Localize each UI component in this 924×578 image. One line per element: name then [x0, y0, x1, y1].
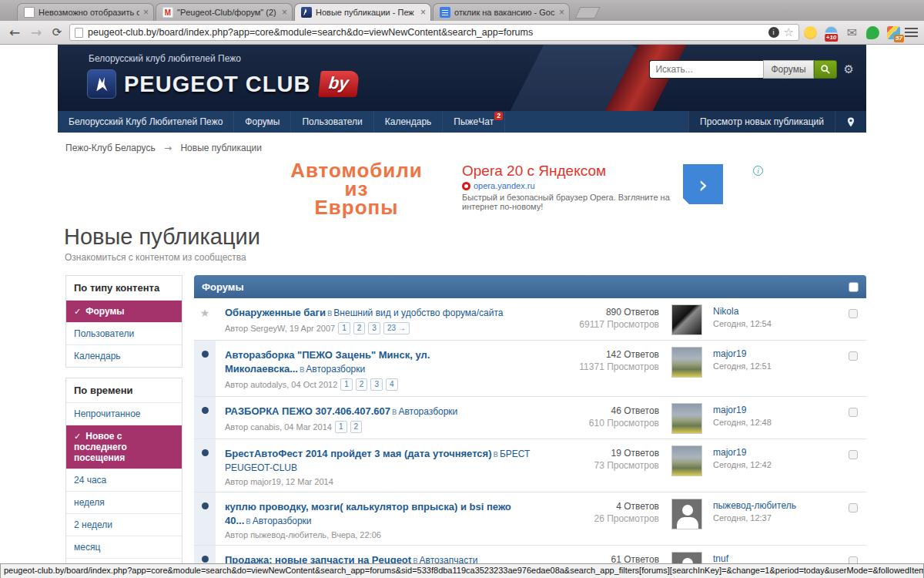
unread-dot-icon[interactable]	[194, 492, 216, 545]
nav-item[interactable]: ПыжеЧат2	[443, 111, 505, 133]
site-logo[interactable]: PEUGEOT CLUB by	[87, 69, 358, 99]
sidebar-item-label: Календарь	[74, 351, 121, 361]
nav-view-new-content[interactable]: Просмотр новых публикаций	[688, 111, 835, 133]
url-text[interactable]: peugeot-club.by/board/index.php?app=core…	[88, 27, 764, 38]
sidebar-item-label: месяц	[74, 542, 100, 553]
topic-title-link[interactable]: Обнаруженные баги	[225, 307, 326, 318]
mini-page-button[interactable]: 3	[368, 322, 380, 334]
topic-checkbox[interactable]	[849, 408, 858, 417]
ad-opera-block[interactable]: Opera 20 с Яндексом opera.yandex.ru Быст…	[462, 163, 685, 211]
avatar[interactable]	[671, 445, 705, 492]
ad-link[interactable]: opera.yandex.ru	[474, 181, 535, 190]
unread-dot-icon[interactable]	[194, 439, 216, 492]
last-poster-name[interactable]: пыжевод-любитель	[713, 500, 840, 511]
topic-forum-link[interactable]: Внешний вид и удобство форума/сайта	[333, 307, 503, 318]
sidebar-item[interactable]: 24 часа	[66, 469, 182, 491]
topic-main: РАЗБОРКА ПЕЖО 307.406.407.607вАвторазбор…	[216, 397, 556, 439]
weather-extension-icon[interactable]: +10	[825, 26, 838, 39]
search-input[interactable]	[649, 60, 763, 79]
mini-page-button[interactable]: 23 →	[383, 322, 410, 334]
search-scope-button[interactable]: Форумы	[763, 60, 813, 79]
topic-title-link[interactable]: РАЗБОРКА ПЕЖО 307.406.407.607	[225, 405, 390, 417]
topic-checkbox-cell	[840, 397, 866, 439]
tab-close-icon[interactable]: ×	[143, 8, 149, 16]
url-bar[interactable]: peugeot-club.by/board/index.php?app=core…	[69, 24, 799, 41]
mini-page-button[interactable]: 1	[340, 378, 353, 391]
topic-checkbox-cell	[840, 341, 866, 396]
avatar[interactable]	[671, 304, 705, 340]
topic-checkbox[interactable]	[849, 309, 858, 318]
browser-tab[interactable]: M"Peugeot-Club/форум" (2)×	[156, 3, 293, 21]
chrome-menu-icon[interactable]	[905, 28, 918, 38]
forums-panel: Форумы ★Обнаруженные багивВнешний вид и …	[194, 275, 866, 578]
topic-forum-link[interactable]: Авторазборки	[253, 516, 312, 526]
topic-checkbox[interactable]	[849, 351, 858, 361]
extension-area: +10✉57	[804, 26, 900, 39]
ad-title[interactable]: Opera 20 с Яндексом	[462, 163, 685, 180]
mini-page-button[interactable]: 2	[350, 421, 363, 433]
nav-item[interactable]: Форумы	[234, 111, 291, 133]
ad-left-text[interactable]: Автомобили из Европы	[241, 161, 472, 217]
mini-page-button[interactable]: 2	[356, 378, 368, 391]
mini-page-button[interactable]: 3	[370, 378, 383, 391]
unread-dot-icon[interactable]	[194, 341, 216, 396]
select-all-checkbox[interactable]	[849, 282, 859, 292]
topic-title-link[interactable]: БрестАвтоФест 2014 пройдет 3 мая (дата у…	[225, 448, 492, 459]
browser-tab[interactable]: Невозможно отобразить с×	[17, 3, 154, 21]
topic-checkbox[interactable]	[849, 503, 858, 512]
location-pin-icon[interactable]	[835, 111, 866, 133]
browser-tab[interactable]: отклик на вакансию - Goc×	[433, 3, 570, 21]
breadcrumb-home[interactable]: Пежо-Клуб Беларусь	[65, 143, 156, 153]
browser-tab[interactable]: Новые публикации - Пеж×	[294, 3, 431, 21]
mail-extension-icon[interactable]: ✉	[845, 26, 859, 39]
forward-icon[interactable]: →	[28, 25, 45, 40]
photos-extension-icon[interactable]: 57	[887, 26, 900, 39]
tab-close-icon[interactable]: ×	[559, 8, 564, 16]
reload-icon[interactable]: ⟳	[49, 25, 65, 39]
nav-item[interactable]: Белорусский Клуб Любителей Пежо	[58, 111, 234, 133]
unread-dot-icon[interactable]	[194, 397, 216, 439]
new-tab-button[interactable]	[575, 7, 601, 18]
sidebar-item[interactable]: Календарь	[66, 344, 182, 367]
sidebar-item[interactable]: ✓Новое с последнего посещения	[66, 425, 182, 469]
topic-forum-link[interactable]: Авторазборки	[306, 364, 365, 375]
topic-checkbox[interactable]	[849, 450, 858, 459]
ad-banner[interactable]: Автомобили из Европы Opera 20 с Яндексом…	[58, 160, 866, 221]
sidebar-item[interactable]: неделя	[66, 491, 182, 513]
sidebar-item[interactable]: ✓Форумы	[66, 300, 182, 322]
mini-page-button[interactable]: 2	[353, 322, 366, 334]
avatar-image	[671, 403, 702, 434]
tab-close-icon[interactable]: ×	[282, 8, 287, 16]
mini-page-button[interactable]: 1	[335, 421, 347, 433]
last-poster-name[interactable]: Nikola	[713, 306, 840, 317]
star-icon[interactable]: ★	[194, 298, 216, 340]
gear-icon[interactable]: ⚙	[844, 62, 854, 76]
chat-extension-icon[interactable]	[866, 26, 879, 39]
sidebar-item[interactable]: месяц	[66, 536, 182, 558]
sidebar-item[interactable]: Непрочитанное	[66, 402, 182, 425]
nav-item[interactable]: Календарь	[374, 111, 444, 133]
mini-page-button[interactable]: 4	[386, 378, 398, 391]
avatar[interactable]	[671, 403, 705, 439]
avatar[interactable]	[671, 499, 705, 545]
hamster-extension-icon[interactable]	[804, 26, 817, 39]
info-badge-icon[interactable]: i	[768, 27, 779, 38]
back-icon[interactable]: ←	[6, 25, 23, 40]
sidebar-item[interactable]: Пользователи	[66, 322, 182, 344]
last-poster-name[interactable]: major19	[713, 405, 840, 415]
topic-stats: 46 Ответов610 Просмотров	[556, 397, 662, 439]
last-poster-name[interactable]: major19	[713, 348, 840, 359]
ad-info-icon[interactable]: i	[753, 166, 763, 176]
search-submit-button[interactable]	[814, 60, 837, 79]
last-poster-name[interactable]: major19	[713, 447, 840, 458]
mini-page-button[interactable]: 1	[338, 322, 350, 334]
bookmark-star-icon[interactable]: ☆	[784, 25, 794, 39]
topic-forum-link[interactable]: Авторазборки	[398, 406, 457, 417]
nav-item[interactable]: Пользователи	[291, 111, 373, 133]
last-poster-name[interactable]: tnuf	[713, 553, 840, 564]
sidebar-item[interactable]: 2 недели	[66, 513, 182, 536]
ad-next-button[interactable]: ›	[683, 164, 723, 204]
tab-close-icon[interactable]: ×	[420, 8, 426, 16]
last-poster: major19Сегодня, 12:48	[713, 397, 840, 439]
avatar[interactable]	[671, 347, 705, 396]
